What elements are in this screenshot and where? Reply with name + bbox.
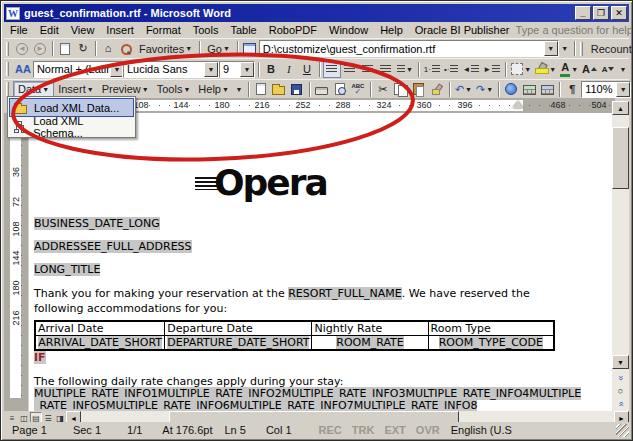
tables-and-borders-button[interactable] — [520, 81, 538, 98]
new-document-button[interactable] — [252, 81, 270, 98]
help-menu-button[interactable]: Help▼ — [194, 81, 233, 98]
merge-field[interactable]: LONG_TITLE — [34, 263, 100, 276]
status-trk-toggle[interactable]: TRK — [347, 424, 380, 436]
bold-button[interactable]: B — [262, 61, 280, 78]
maximize-button[interactable]: ❐ — [593, 6, 609, 20]
toolbar-grip[interactable] — [6, 62, 9, 76]
justify-button[interactable] — [377, 61, 395, 78]
merge-field[interactable]: MULTIPLE_RATE_INFO1MULTIPLE_RATE_INFO2MU… — [34, 388, 586, 411]
redo-button[interactable]: ↷▼ — [474, 81, 495, 98]
italic-button[interactable]: I — [280, 61, 298, 78]
format-painter-button[interactable] — [428, 81, 446, 98]
recount-button[interactable]: Recount — [587, 40, 633, 57]
print-button[interactable] — [313, 81, 331, 98]
menu-view[interactable]: View — [65, 23, 101, 37]
menu-format[interactable]: Format — [140, 23, 187, 37]
align-center-button[interactable] — [341, 61, 359, 78]
menu-tools[interactable]: Tools — [187, 23, 225, 37]
favorites-button[interactable]: Favorites▼ — [135, 40, 196, 57]
insert-table-button[interactable] — [538, 81, 556, 98]
insert-hyperlink-button[interactable] — [502, 81, 520, 98]
tools-menu-button[interactable]: Tools▼ — [153, 81, 195, 98]
menu-help[interactable]: Help — [374, 23, 409, 37]
underline-button[interactable]: U — [298, 61, 316, 78]
toolbar-grip[interactable] — [6, 42, 9, 56]
stop-button[interactable] — [56, 40, 74, 57]
show-hide-button[interactable]: ¶ — [563, 81, 581, 98]
vertical-scrollbar[interactable]: ▲ ▼ » ○ » — [612, 101, 629, 411]
select-browse-object-button[interactable]: ○ — [612, 384, 629, 397]
close-button[interactable]: ✕ — [611, 6, 627, 20]
status-rec-toggle[interactable]: REC — [314, 424, 347, 436]
zoom-combo[interactable]: 110% ▼ — [581, 81, 631, 98]
print-preview-button[interactable] — [331, 81, 349, 98]
address-dropdown-button[interactable]: ▼ — [544, 41, 558, 56]
increase-indent-button[interactable]: ► — [481, 61, 502, 78]
copy-button[interactable] — [392, 81, 410, 98]
search-web-button[interactable] — [117, 40, 135, 57]
resize-grip[interactable] — [616, 424, 629, 437]
refresh-button[interactable]: ↻ — [74, 40, 92, 57]
go-button[interactable]: Go▼ — [203, 40, 234, 57]
align-left-button[interactable] — [323, 61, 341, 78]
previous-page-button[interactable]: » — [612, 371, 629, 384]
status-ovr-toggle[interactable]: OVR — [411, 424, 445, 436]
menu-table[interactable]: Table — [224, 23, 262, 37]
font-dropdown-button[interactable]: ▼ — [204, 62, 218, 77]
merge-field[interactable]: ROOM_RATE — [336, 336, 404, 349]
merge-field[interactable]: RESORT_FULL_NAME — [288, 287, 402, 300]
back-button[interactable]: ◄ — [13, 40, 31, 57]
status-ext-toggle[interactable]: EXT — [379, 424, 410, 436]
vertical-scroll-thumb[interactable] — [612, 127, 629, 189]
vertical-ruler[interactable]: 36 72 108 144 180 216 — [4, 113, 28, 411]
menu-insert[interactable]: Insert — [100, 23, 140, 37]
data-menu-button[interactable]: Data▼ — [13, 81, 54, 98]
align-right-button[interactable] — [359, 61, 377, 78]
merge-field[interactable]: ROOM_TYPE_CODE — [439, 336, 543, 349]
menu-robopdf[interactable]: RoboPDF — [263, 23, 323, 37]
reservation-table[interactable]: Arrival Date Departure Date Nightly Rate… — [34, 320, 555, 351]
highlight-button[interactable]: ▼ — [533, 61, 558, 78]
preview-menu-button[interactable]: Preview▼ — [98, 81, 153, 98]
bullets-button[interactable]: •· — [442, 61, 460, 78]
merge-field[interactable]: ADDRESSEE_FULL_ADDRESS — [34, 240, 192, 253]
toolbar-grip[interactable] — [6, 82, 9, 96]
ask-question-box[interactable]: Type a question for help ▼ ✕ — [516, 24, 633, 36]
shrink-font-button[interactable]: A — [599, 61, 617, 78]
decrease-indent-button[interactable]: ◄ — [460, 61, 481, 78]
menu-oracle-bi-publisher[interactable]: Oracle BI Publisher — [409, 23, 516, 37]
undo-button[interactable]: ↶▼ — [453, 81, 474, 98]
zoom-dropdown-button[interactable]: ▼ — [616, 82, 630, 97]
show-web-toolbar-button[interactable] — [241, 40, 259, 57]
spelling-button[interactable]: ABC ✓ — [349, 81, 367, 98]
home-button[interactable]: ⌂ — [99, 40, 117, 57]
menu-window[interactable]: Window — [323, 23, 374, 37]
insert-menu-button[interactable]: Insert▼ — [54, 81, 97, 98]
menu-item-load-xml-schema[interactable]: Load XML Schema... — [9, 117, 134, 136]
font-color-button[interactable]: A ▼ — [558, 61, 580, 78]
menu-file[interactable]: File — [4, 23, 34, 37]
open-button[interactable] — [270, 81, 288, 98]
font-size-dropdown-button[interactable]: ▼ — [240, 62, 254, 77]
toolbar-options-button[interactable]: ▼ — [559, 40, 571, 57]
font-size-combo[interactable]: 9 ▼ — [219, 61, 255, 78]
merge-field[interactable]: ARRIVAL_DATE_SHORT — [38, 336, 162, 349]
forward-button[interactable]: ► — [31, 40, 49, 57]
scroll-up-button[interactable]: ▲ — [612, 101, 629, 115]
font-combo[interactable]: Lucida Sans ▼ — [123, 61, 219, 78]
scroll-down-button[interactable]: ▼ — [612, 355, 629, 369]
document-page[interactable]: Opera BUSINESS_DATE_LONG ADDRESSEE_FULL_… — [29, 113, 615, 411]
toolbar-options-button[interactable]: ▼ — [617, 61, 629, 78]
style-dropdown-button[interactable]: ▼ — [110, 62, 123, 77]
next-page-button[interactable]: » — [612, 397, 629, 410]
address-input[interactable] — [263, 41, 544, 56]
merge-field[interactable]: BUSINESS_DATE_LONG — [34, 217, 160, 230]
numbering-button[interactable]: 1· — [422, 61, 442, 78]
style-combo[interactable]: Normal + (Latir ▼ — [33, 61, 123, 78]
grow-font-button[interactable]: A — [580, 61, 599, 78]
minimize-button[interactable]: _ — [575, 6, 591, 20]
styles-and-formatting-button[interactable]: AA — [13, 61, 33, 78]
right-indent-marker[interactable] — [513, 101, 523, 108]
paste-button[interactable] — [410, 81, 428, 98]
merge-field[interactable]: DEPARTURE_DATE_SHORT — [167, 336, 309, 349]
